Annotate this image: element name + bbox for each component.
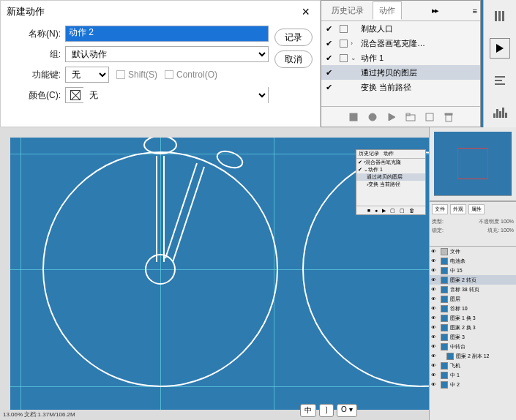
svg-line-19 bbox=[173, 167, 204, 262]
tab-file[interactable]: 文件 bbox=[432, 204, 448, 214]
visibility-icon[interactable]: 👁 bbox=[431, 296, 438, 301]
layers-panel: 👁文件👁电池条👁中 15👁图案 2 转页👁音标 38 转页👁图层👁答标 10👁图… bbox=[430, 247, 516, 389]
layer-row[interactable]: 👁图案 2 转页 bbox=[430, 275, 516, 285]
layer-row[interactable]: 👁飞机 bbox=[430, 361, 516, 370]
folder-icon bbox=[340, 54, 348, 62]
new-action-icon[interactable] bbox=[425, 112, 435, 122]
action-step[interactable]: 通过拷贝的图层 bbox=[361, 67, 480, 78]
color-select[interactable]: 无 bbox=[83, 87, 268, 103]
chevron-down-icon[interactable]: ⌄ bbox=[351, 54, 361, 61]
layer-row[interactable]: 👁中 1 bbox=[430, 370, 516, 380]
record-button[interactable]: 记录 bbox=[274, 29, 313, 46]
navigator-thumbnail[interactable] bbox=[434, 132, 512, 196]
name-input[interactable]: 动作 2 bbox=[65, 26, 269, 42]
layer-row[interactable]: 👁中转台 bbox=[430, 342, 516, 351]
layer-name: 中 2 bbox=[450, 381, 460, 389]
edit-toolbar-icon[interactable] bbox=[490, 6, 510, 26]
group-select[interactable]: 默认动作 bbox=[65, 46, 269, 62]
check-icon[interactable]: ✔ bbox=[321, 83, 336, 92]
ruler-vertical[interactable] bbox=[0, 127, 10, 420]
visibility-icon[interactable]: 👁 bbox=[431, 334, 438, 340]
check-icon[interactable]: ✔ bbox=[321, 24, 336, 34]
mode-badge[interactable]: 中 bbox=[300, 404, 316, 417]
svg-rect-5 bbox=[426, 113, 433, 121]
layer-thumb bbox=[446, 353, 454, 360]
check-icon[interactable]: ✔ bbox=[321, 39, 336, 48]
mode-badge[interactable]: O ▾ bbox=[337, 404, 357, 417]
svg-rect-10 bbox=[502, 11, 504, 21]
layer-thumb bbox=[441, 277, 448, 284]
chevron-right-icon[interactable]: › bbox=[351, 83, 361, 91]
tab-appearance[interactable]: 外观 bbox=[450, 204, 466, 214]
view-mode-badges: 中 ❳ O ▾ bbox=[300, 404, 357, 417]
trash-icon[interactable] bbox=[444, 112, 454, 122]
visibility-icon[interactable]: 👁 bbox=[431, 325, 438, 330]
mini-actions-panel[interactable]: 历史记录动作 ✔ › 混合器画笔克隆 ✔ ⌄ 动作 1 通过拷贝的图层 › 变换… bbox=[356, 149, 426, 215]
stop-icon[interactable] bbox=[348, 112, 359, 122]
visibility-icon[interactable]: 👁 bbox=[431, 287, 438, 292]
layer-row[interactable]: 👁电池条 bbox=[430, 256, 516, 266]
visibility-icon[interactable]: 👁 bbox=[431, 306, 438, 311]
panel-menu-icon[interactable]: ▸▸ bbox=[432, 6, 442, 15]
control-checkbox[interactable]: Control(O) bbox=[165, 70, 217, 80]
funckey-label: 功能键: bbox=[8, 69, 61, 81]
action-item[interactable]: 动作 1 bbox=[361, 53, 480, 64]
action-step[interactable]: 变换 当前路径 bbox=[361, 82, 480, 93]
layer-name: 中 15 bbox=[450, 267, 463, 274]
layer-row[interactable]: 👁图案 3 bbox=[430, 332, 516, 342]
layer-row[interactable]: 👁图案 2 换 3 bbox=[430, 323, 516, 332]
tab-props[interactable]: 属性 bbox=[468, 204, 485, 214]
layer-name: 图案 2 副本 12 bbox=[456, 353, 490, 360]
visibility-icon[interactable]: 👁 bbox=[431, 268, 438, 273]
paragraph-icon[interactable] bbox=[490, 70, 510, 91]
check-icon[interactable]: ✔ bbox=[321, 68, 336, 78]
histogram-icon[interactable] bbox=[490, 102, 510, 123]
close-icon[interactable]: × bbox=[297, 3, 314, 21]
check-icon[interactable]: ✔ bbox=[321, 53, 336, 63]
action-item[interactable]: 剃故人口 bbox=[361, 23, 480, 34]
layer-row[interactable]: 👁中 15 bbox=[430, 266, 516, 275]
layer-row[interactable]: 👁图案 1 换 3 bbox=[430, 313, 516, 323]
folder-icon bbox=[340, 25, 348, 33]
navigator-viewport[interactable] bbox=[457, 148, 488, 180]
record-icon[interactable] bbox=[367, 112, 378, 122]
layer-row[interactable]: 👁图案 2 副本 12 bbox=[430, 351, 516, 361]
visibility-icon[interactable]: 👁 bbox=[431, 382, 438, 387]
layer-row[interactable]: 👁音标 38 转页 bbox=[430, 285, 516, 294]
svg-point-20 bbox=[144, 138, 176, 154]
visibility-icon[interactable]: 👁 bbox=[431, 363, 438, 368]
layer-row[interactable]: 👁文件 bbox=[430, 247, 516, 256]
visibility-icon[interactable]: 👁 bbox=[431, 353, 438, 359]
visibility-icon[interactable]: 👁 bbox=[431, 315, 438, 320]
layer-thumb bbox=[441, 267, 448, 274]
layer-row[interactable]: 👁中 2 bbox=[430, 380, 516, 389]
tab-actions[interactable]: 动作 bbox=[373, 1, 402, 20]
new-folder-icon[interactable] bbox=[405, 112, 416, 122]
ruler-horizontal[interactable] bbox=[0, 127, 429, 138]
play-icon[interactable] bbox=[386, 112, 397, 122]
dialog-title: 新建动作 bbox=[7, 5, 45, 18]
chevron-right-icon[interactable]: › bbox=[351, 40, 361, 47]
play-button-icon[interactable] bbox=[490, 38, 510, 59]
visibility-icon[interactable]: 👁 bbox=[431, 258, 438, 263]
tab-history[interactable]: 历史记录 bbox=[326, 2, 370, 19]
visibility-icon[interactable]: 👁 bbox=[431, 249, 438, 254]
visibility-icon[interactable]: 👁 bbox=[431, 277, 438, 282]
visibility-icon[interactable]: 👁 bbox=[431, 344, 438, 349]
layer-thumb bbox=[441, 315, 448, 322]
layer-thumb bbox=[441, 343, 448, 350]
layer-row[interactable]: 👁答标 10 bbox=[430, 304, 516, 313]
action-item[interactable]: 混合器画笔克隆… bbox=[361, 38, 480, 49]
funckey-select[interactable]: 无 bbox=[65, 67, 109, 83]
layer-thumb bbox=[441, 258, 448, 265]
mode-badge[interactable]: ❳ bbox=[319, 404, 334, 417]
cancel-button[interactable]: 取消 bbox=[274, 50, 313, 68]
layer-row[interactable]: 👁图层 bbox=[430, 294, 516, 304]
panel-options-icon[interactable]: ≡ bbox=[473, 7, 480, 15]
folder-icon bbox=[340, 40, 348, 48]
visibility-icon[interactable]: 👁 bbox=[431, 372, 438, 378]
layer-name: 电池条 bbox=[450, 258, 465, 265]
shift-checkbox[interactable]: Shift(S) bbox=[116, 70, 157, 80]
svg-rect-8 bbox=[495, 11, 497, 21]
svg-marker-2 bbox=[389, 113, 395, 121]
